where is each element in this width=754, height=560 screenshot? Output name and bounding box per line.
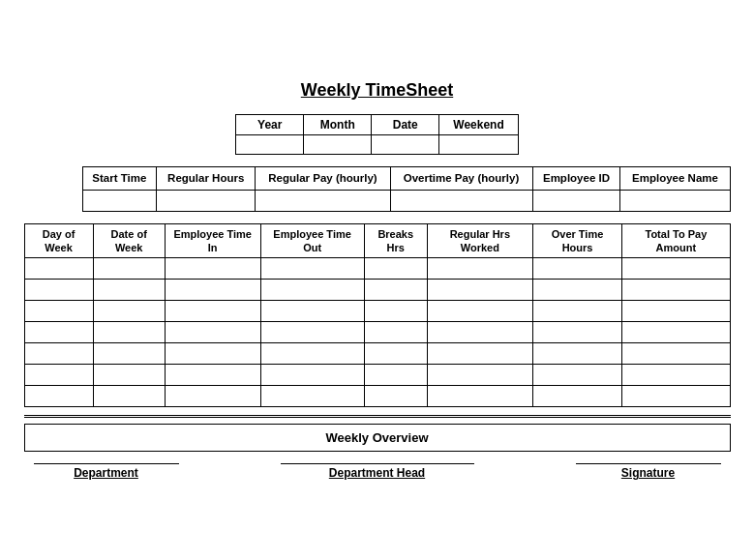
employee-name-value[interactable] — [620, 190, 730, 211]
employee-id-header: Employee ID — [532, 166, 620, 190]
regular-pay-value[interactable] — [256, 190, 390, 211]
table-cell[interactable] — [93, 386, 165, 407]
table-cell[interactable] — [260, 343, 364, 365]
table-cell[interactable] — [622, 280, 730, 301]
info-table: Start Time Regular Hours Regular Pay (ho… — [82, 166, 731, 212]
table-cell[interactable] — [532, 322, 622, 343]
regular-hours-value[interactable] — [157, 190, 256, 211]
table-cell[interactable] — [427, 322, 532, 343]
regular-hours-header: Regular Hours — [157, 166, 256, 190]
regular-hrs-worked-header: Regular Hrs Worked — [427, 223, 532, 258]
table-cell[interactable] — [24, 322, 93, 343]
employee-id-value[interactable] — [532, 190, 620, 211]
table-cell[interactable] — [93, 365, 165, 386]
table-cell[interactable] — [24, 301, 93, 322]
department-head-line — [281, 463, 474, 464]
table-cell[interactable] — [622, 258, 730, 280]
table-cell[interactable] — [364, 386, 427, 407]
time-out-header: Employee Time Out — [260, 223, 364, 258]
department-line — [34, 463, 179, 464]
date-value[interactable] — [372, 134, 439, 154]
table-cell[interactable] — [532, 280, 622, 301]
year-value[interactable] — [236, 134, 304, 154]
employee-name-header: Employee Name — [620, 166, 730, 190]
table-cell[interactable] — [622, 301, 730, 322]
date-section: Year Month Date Weekend — [24, 114, 731, 155]
table-cell[interactable] — [622, 322, 730, 343]
table-cell[interactable] — [260, 322, 364, 343]
table-cell[interactable] — [532, 386, 622, 407]
table-cell[interactable] — [165, 280, 260, 301]
department-label: Department — [34, 466, 179, 480]
table-cell[interactable] — [165, 258, 260, 280]
table-cell[interactable] — [260, 386, 364, 407]
table-cell[interactable] — [427, 365, 532, 386]
table-cell[interactable] — [622, 365, 730, 386]
table-cell[interactable] — [427, 301, 532, 322]
weekly-overview-label: Weekly Overview — [24, 424, 731, 452]
table-cell[interactable] — [93, 258, 165, 280]
table-cell[interactable] — [364, 322, 427, 343]
table-cell[interactable] — [427, 280, 532, 301]
table-cell[interactable] — [427, 343, 532, 365]
signature-line — [576, 463, 721, 464]
table-cell[interactable] — [165, 322, 260, 343]
table-cell[interactable] — [364, 301, 427, 322]
signature-row: Department Department Head Signature — [24, 463, 731, 480]
table-cell[interactable] — [364, 343, 427, 365]
table-cell[interactable] — [165, 386, 260, 407]
table-cell[interactable] — [260, 258, 364, 280]
table-cell[interactable] — [364, 365, 427, 386]
weekend-value[interactable] — [439, 134, 518, 154]
table-cell[interactable] — [364, 258, 427, 280]
table-cell[interactable] — [24, 280, 93, 301]
table-cell[interactable] — [532, 365, 622, 386]
table-cell[interactable] — [622, 386, 730, 407]
table-row — [24, 258, 730, 280]
breaks-hrs-header: Breaks Hrs — [364, 223, 427, 258]
overtime-hours-header: Over Time Hours — [532, 223, 622, 258]
table-cell[interactable] — [532, 301, 622, 322]
overtime-pay-value[interactable] — [390, 190, 532, 211]
table-cell[interactable] — [24, 386, 93, 407]
weekend-header: Weekend — [439, 114, 518, 134]
signature-signature: Signature — [576, 463, 721, 480]
month-value[interactable] — [304, 134, 372, 154]
table-cell[interactable] — [24, 365, 93, 386]
table-cell[interactable] — [165, 343, 260, 365]
month-header: Month — [304, 114, 372, 134]
table-row — [24, 343, 730, 365]
start-time-value[interactable] — [82, 190, 157, 211]
overtime-pay-header: Overtime Pay (hourly) — [390, 166, 532, 190]
department-head-signature: Department Head — [281, 463, 474, 480]
table-cell[interactable] — [260, 365, 364, 386]
year-header: Year — [236, 114, 304, 134]
table-cell[interactable] — [165, 301, 260, 322]
table-row — [24, 322, 730, 343]
page-title: Weekly TimeSheet — [24, 80, 731, 101]
date-table: Year Month Date Weekend — [235, 114, 518, 155]
table-cell[interactable] — [427, 258, 532, 280]
table-cell[interactable] — [364, 280, 427, 301]
table-row — [24, 280, 730, 301]
table-cell[interactable] — [24, 258, 93, 280]
date-of-week-header: Date of Week — [93, 223, 165, 258]
timesheet-page: Weekly TimeSheet Year Month Date Weekend — [10, 71, 745, 490]
date-header: Date — [372, 114, 439, 134]
signature-label: Signature — [576, 466, 721, 480]
table-cell[interactable] — [93, 280, 165, 301]
table-cell[interactable] — [260, 280, 364, 301]
regular-pay-header: Regular Pay (hourly) — [256, 166, 390, 190]
department-head-label: Department Head — [281, 466, 474, 480]
table-cell[interactable] — [165, 365, 260, 386]
table-cell[interactable] — [260, 301, 364, 322]
table-cell[interactable] — [93, 301, 165, 322]
table-cell[interactable] — [427, 386, 532, 407]
table-cell[interactable] — [532, 258, 622, 280]
table-cell[interactable] — [93, 343, 165, 365]
double-line-separator — [24, 415, 731, 418]
table-cell[interactable] — [93, 322, 165, 343]
table-cell[interactable] — [532, 343, 622, 365]
table-cell[interactable] — [24, 343, 93, 365]
table-cell[interactable] — [622, 343, 730, 365]
